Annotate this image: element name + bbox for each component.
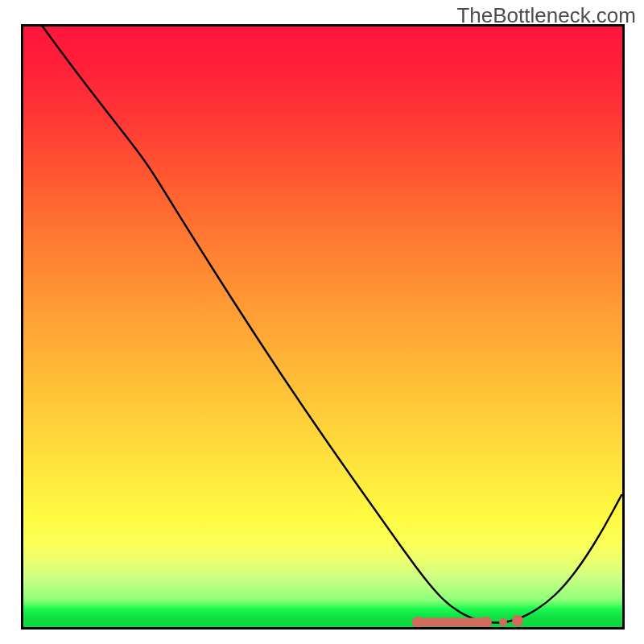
chart-frame: TheBottleneck.com <box>0 0 644 644</box>
valley-marker-dot <box>499 618 507 626</box>
valley-marker-dot <box>512 615 523 626</box>
bottleneck-curve <box>43 27 621 623</box>
valley-marker-bar <box>418 618 486 627</box>
plot-area <box>21 24 625 630</box>
curve-layer <box>23 27 622 627</box>
